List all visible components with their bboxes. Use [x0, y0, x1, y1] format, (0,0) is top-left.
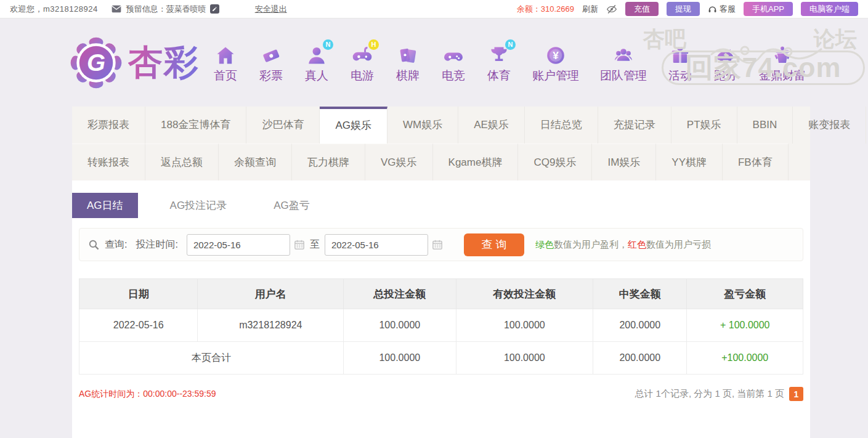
tab-彩票报表[interactable]: 彩票报表 — [72, 107, 145, 144]
report-tabs-row1: 彩票报表188金宝博体育沙巴体育AG娱乐WM娱乐AE娱乐日结总览充提记录PT娱乐… — [72, 107, 810, 144]
team-icon — [611, 42, 636, 67]
nav-item-activity[interactable]: 活动 — [668, 42, 692, 84]
tab-账变报表[interactable]: 账变报表 — [793, 107, 866, 144]
report-table: 日期用户名总投注金额有效投注金额中奖金额盈亏金额 2022-05-16m3218… — [79, 278, 803, 375]
esports-icon — [441, 42, 466, 67]
content-panel: 彩票报表188金宝博体育沙巴体育AG娱乐WM娱乐AE娱乐日结总览充提记录PT娱乐… — [72, 107, 810, 438]
mobile-app-button[interactable]: 手机APP — [744, 2, 793, 16]
nav-label: 跑分 — [714, 68, 737, 84]
subtab-AG投注记录[interactable]: AG投注记录 — [155, 193, 242, 218]
pagination: 总计 1个记录, 分为 1 页, 当前第 1 页 1 — [635, 387, 803, 401]
color-hint-text: 绿色数值为用户盈利，红色数值为用户亏损 — [535, 239, 711, 251]
total-row: 本页合计100.0000100.0000200.0000+100.0000 — [79, 342, 803, 375]
nav-item-home[interactable]: 首页 — [213, 42, 238, 84]
tab-返点总额[interactable]: 返点总额 — [145, 144, 219, 180]
tab-AG娱乐[interactable]: AG娱乐 — [320, 107, 387, 144]
nav-item-lottery[interactable]: 彩票 — [259, 42, 283, 84]
nav-label: 真人 — [305, 68, 328, 84]
nav-label: 棋牌 — [396, 68, 420, 84]
lottery-icon — [259, 42, 283, 67]
nav-item-slots[interactable]: H电游 — [350, 42, 375, 84]
svg-text:¥: ¥ — [553, 49, 559, 62]
date-from-input[interactable] — [187, 234, 290, 256]
welcome-text: 欢迎您，m3218128924 — [10, 4, 98, 15]
cell-win: 200.0000 — [593, 309, 687, 342]
main-nav: 首页彩票N真人H电游棋牌电竞N体育¥账户管理团队管理活动跑分金鼎财富 — [213, 42, 806, 84]
nav-item-esports[interactable]: 电竞 — [441, 42, 466, 84]
topbar-right: 余额：310.2669 刷新 充值 提现 客服 手机APP 电脑客户端 — [517, 2, 858, 16]
calendar-from-icon[interactable] — [294, 239, 305, 250]
cell-user: m3218128924 — [198, 309, 344, 342]
site-header: G 杏彩 首页彩票N真人H电游棋牌电竞N体育¥账户管理团队管理活动跑分金鼎财富 … — [0, 18, 868, 107]
tab-CQ9娱乐[interactable]: CQ9娱乐 — [518, 144, 592, 180]
nav-item-paofen[interactable]: 跑分 — [713, 42, 738, 84]
logo-emblem-icon: G — [69, 36, 123, 90]
tab-AE娱乐[interactable]: AE娱乐 — [458, 107, 525, 144]
cards-icon — [395, 42, 420, 67]
tab-余额查询[interactable]: 余额查询 — [219, 144, 292, 180]
ag-subtabs: AG日结AG投注记录AG盈亏 — [72, 193, 810, 218]
query-button[interactable]: 查 询 — [464, 233, 524, 256]
tab-188金宝博体育[interactable]: 188金宝博体育 — [145, 107, 246, 144]
subtab-AG盈亏[interactable]: AG盈亏 — [259, 193, 325, 218]
logout-link[interactable]: 安全退出 — [255, 4, 287, 15]
tab-VG娱乐[interactable]: VG娱乐 — [365, 144, 433, 180]
eye-slash-icon[interactable] — [606, 4, 617, 14]
page-1-button[interactable]: 1 — [789, 387, 803, 401]
tab-IM娱乐[interactable]: IM娱乐 — [592, 144, 656, 180]
cell-profit: + 100.0000 — [687, 309, 803, 342]
search-label: 查询: — [105, 238, 127, 251]
recharge-button[interactable]: 充值 — [625, 2, 659, 16]
cell-date: 2022-05-16 — [79, 309, 198, 342]
calendar-to-icon[interactable] — [432, 239, 443, 250]
nav-item-treasure[interactable]: 金鼎财富 — [759, 42, 806, 84]
subtab-AG日结[interactable]: AG日结 — [72, 193, 138, 218]
treasure-icon — [770, 42, 795, 67]
tab-FB体育[interactable]: FB体育 — [723, 144, 789, 180]
tab-沙巴体育[interactable]: 沙巴体育 — [246, 107, 320, 144]
nav-label: 电游 — [351, 68, 374, 84]
activity-icon — [668, 42, 692, 67]
tab-YY棋牌[interactable]: YY棋牌 — [656, 144, 723, 180]
column-header: 日期 — [79, 279, 198, 309]
tab-转账报表[interactable]: 转账报表 — [72, 144, 145, 180]
nav-item-account[interactable]: ¥账户管理 — [532, 42, 579, 84]
column-header: 中奖金额 — [593, 279, 687, 309]
nav-label: 彩票 — [259, 68, 283, 84]
sports-icon: N — [487, 42, 511, 67]
tab-充提记录[interactable]: 充提记录 — [598, 107, 671, 144]
message-icon[interactable] — [112, 5, 121, 13]
refresh-button[interactable]: 刷新 — [582, 4, 598, 15]
slots-icon: H — [350, 42, 375, 67]
nav-item-cards[interactable]: 棋牌 — [395, 42, 420, 84]
edit-icon[interactable] — [210, 4, 219, 14]
badge-N: N — [323, 39, 333, 50]
total-profit: +100.0000 — [687, 342, 803, 375]
nav-item-sports[interactable]: N体育 — [487, 42, 511, 84]
tab-BBIN[interactable]: BBIN — [737, 107, 793, 144]
customer-service-button[interactable]: 客服 — [708, 4, 736, 15]
pc-client-button[interactable]: 电脑客户端 — [801, 2, 858, 16]
tab-WM娱乐[interactable]: WM娱乐 — [387, 107, 458, 144]
column-header: 盈亏金额 — [687, 279, 803, 309]
nav-label: 首页 — [214, 68, 237, 84]
logo-text: 杏彩 — [128, 39, 200, 86]
nav-label: 电竞 — [442, 68, 465, 84]
nav-label: 活动 — [668, 68, 692, 84]
tab-Kgame棋牌[interactable]: Kgame棋牌 — [433, 144, 519, 180]
report-tabs-row2: 转账报表返点总额余额查询瓦力棋牌VG娱乐Kgame棋牌CQ9娱乐IM娱乐YY棋牌… — [72, 144, 810, 180]
nav-item-team[interactable]: 团队管理 — [600, 42, 647, 84]
site-logo[interactable]: G 杏彩 — [69, 36, 200, 90]
account-icon: ¥ — [543, 42, 568, 67]
reserved-info-text: 预留信息：菠菜香喷喷 — [126, 4, 206, 15]
stat-time-text: AG统计时间为：00:00:00--23:59:59 — [79, 389, 216, 400]
withdraw-button[interactable]: 提现 — [667, 2, 700, 16]
date-to-input[interactable] — [325, 234, 428, 256]
tab-PT娱乐[interactable]: PT娱乐 — [671, 107, 737, 144]
tab-日结总览[interactable]: 日结总览 — [525, 107, 598, 144]
tab-瓦力棋牌[interactable]: 瓦力棋牌 — [292, 144, 365, 180]
column-header: 总投注金额 — [344, 279, 456, 309]
total-win: 200.0000 — [593, 342, 687, 375]
nav-item-live[interactable]: N真人 — [304, 42, 329, 84]
balance-text: 余额：310.2669 — [517, 4, 574, 15]
